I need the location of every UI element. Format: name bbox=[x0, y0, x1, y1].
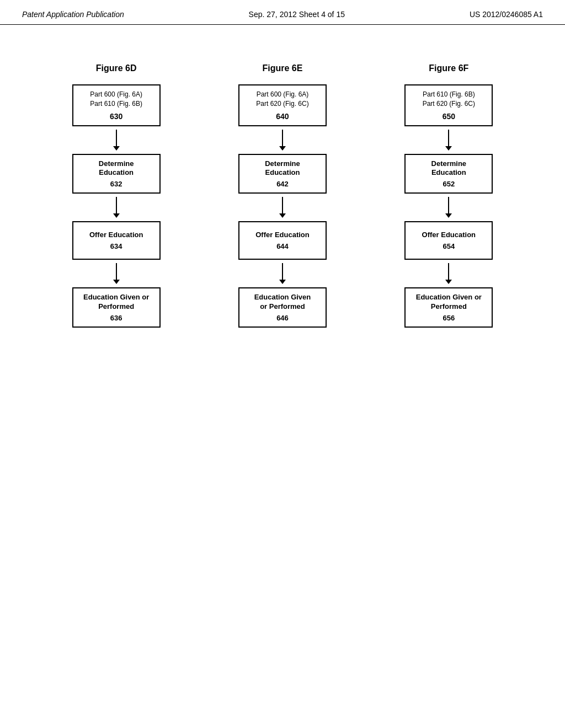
arrow-6d-1 bbox=[113, 126, 120, 154]
main-content: Figure 6D Part 600 (Fig. 6A)Part 610 (Fi… bbox=[0, 25, 565, 350]
figure-6d-step-3-num: 636 bbox=[110, 314, 122, 322]
header-date-sheet: Sep. 27, 2012 Sheet 4 of 15 bbox=[249, 10, 345, 19]
figure-6e-column: Figure 6E Part 600 (Fig. 6A)Part 620 (Fi… bbox=[211, 63, 354, 328]
figure-6f-step-1-box: DetermineEducation 652 bbox=[404, 154, 493, 194]
figure-6e-step-2-box: Offer Education 644 bbox=[238, 221, 327, 260]
arrow-6e-1 bbox=[279, 126, 286, 154]
figure-6e-step-1-label: DetermineEducation bbox=[265, 159, 300, 178]
figure-6f-ref-num: 650 bbox=[443, 112, 455, 121]
figure-6d-ref-num: 630 bbox=[110, 112, 122, 121]
figure-6f-step-2-num: 654 bbox=[443, 242, 455, 250]
figure-6d-step-2-num: 634 bbox=[110, 242, 122, 250]
figure-6d-ref-box: Part 600 (Fig. 6A)Part 610 (Fig. 6B) 630 bbox=[72, 84, 161, 126]
arrow-6f-2 bbox=[445, 194, 452, 221]
figure-6d-step-1-num: 632 bbox=[110, 180, 122, 188]
arrow-6f-1 bbox=[445, 126, 452, 154]
figure-6d-step-1-box: DetermineEducation 632 bbox=[72, 154, 161, 194]
arrow-6e-2 bbox=[279, 194, 286, 221]
figure-6e-step-2-num: 644 bbox=[276, 242, 289, 250]
figure-6f-ref-text: Part 610 (Fig. 6B)Part 620 (Fig. 6C) bbox=[423, 90, 475, 109]
figure-6d-step-3-label: Education Given orPerformed bbox=[83, 293, 149, 312]
figure-6e-ref-text: Part 600 (Fig. 6A)Part 620 (Fig. 6C) bbox=[256, 90, 308, 109]
figure-6e-step-2-label: Offer Education bbox=[255, 231, 310, 240]
figure-6f-step-3-label: Education Given orPerformed bbox=[416, 293, 482, 312]
figure-6d-column: Figure 6D Part 600 (Fig. 6A)Part 610 (Fi… bbox=[45, 63, 188, 328]
header-publication-label: Patent Application Publication bbox=[22, 10, 124, 19]
figure-6d-step-3-box: Education Given orPerformed 636 bbox=[72, 287, 161, 328]
figure-6f-step-2-box: Offer Education 654 bbox=[404, 221, 493, 260]
arrow-6d-3 bbox=[113, 260, 120, 287]
figure-6f-step-3-num: 656 bbox=[443, 314, 455, 322]
figure-6f-step-1-label: DetermineEducation bbox=[431, 159, 467, 178]
figure-6e-step-1-box: DetermineEducation 642 bbox=[238, 154, 327, 194]
figure-6f-step-2-label: Offer Education bbox=[422, 231, 476, 240]
arrow-6d-2 bbox=[113, 194, 120, 221]
arrow-6e-3 bbox=[279, 260, 286, 287]
figure-6d-step-2-box: Offer Education 634 bbox=[72, 221, 161, 260]
figure-6f-title: Figure 6F bbox=[429, 63, 468, 73]
figure-6e-ref-num: 640 bbox=[276, 112, 289, 121]
header-patent-number: US 2012/0246085 A1 bbox=[470, 10, 543, 19]
figures-row: Figure 6D Part 600 (Fig. 6A)Part 610 (Fi… bbox=[33, 63, 532, 328]
figure-6f-column: Figure 6F Part 610 (Fig. 6B)Part 620 (Fi… bbox=[377, 63, 520, 328]
figure-6e-step-3-num: 646 bbox=[276, 314, 289, 322]
figure-6e-step-3-box: Education Givenor Performed 646 bbox=[238, 287, 327, 328]
figure-6e-title: Figure 6E bbox=[263, 63, 303, 73]
figure-6e-ref-box: Part 600 (Fig. 6A)Part 620 (Fig. 6C) 640 bbox=[238, 84, 327, 126]
figure-6f-ref-box: Part 610 (Fig. 6B)Part 620 (Fig. 6C) 650 bbox=[404, 84, 493, 126]
figure-6d-step-1-label: DetermineEducation bbox=[99, 159, 134, 178]
arrow-6f-3 bbox=[445, 260, 452, 287]
figure-6f-step-1-num: 652 bbox=[443, 180, 455, 188]
figure-6e-step-1-num: 642 bbox=[276, 180, 289, 188]
figure-6e-step-3-label: Education Givenor Performed bbox=[254, 293, 311, 312]
figure-6d-ref-text: Part 600 (Fig. 6A)Part 610 (Fig. 6B) bbox=[90, 90, 142, 109]
page-header: Patent Application Publication Sep. 27, … bbox=[0, 0, 565, 25]
figure-6d-step-2-label: Offer Education bbox=[89, 231, 143, 240]
figure-6d-title: Figure 6D bbox=[96, 63, 137, 73]
figure-6f-step-3-box: Education Given orPerformed 656 bbox=[404, 287, 493, 328]
